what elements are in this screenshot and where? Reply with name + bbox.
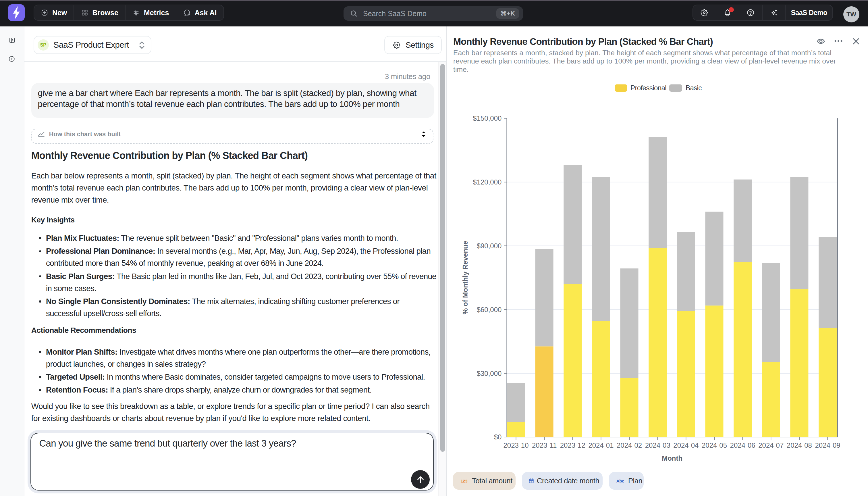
svg-text:2024-06: 2024-06 <box>730 441 755 449</box>
svg-text:% of Monthly Revenue: % of Monthly Revenue <box>461 241 469 314</box>
svg-text:$120,000: $120,000 <box>473 178 501 186</box>
svg-text:2023-10: 2023-10 <box>503 441 529 449</box>
svg-text:2024-04: 2024-04 <box>673 441 698 449</box>
svg-text:$30,000: $30,000 <box>477 370 502 377</box>
svg-text:Month: Month <box>662 454 682 462</box>
svg-text:2023-12: 2023-12 <box>560 441 585 449</box>
svg-text:2023-11: 2023-11 <box>532 441 557 449</box>
svg-text:$90,000: $90,000 <box>477 242 502 250</box>
svg-text:2024-02: 2024-02 <box>617 441 642 449</box>
svg-text:2024-05: 2024-05 <box>702 441 727 449</box>
svg-text:$60,000: $60,000 <box>477 306 502 313</box>
svg-text:2024-09: 2024-09 <box>815 441 840 449</box>
svg-text:$0: $0 <box>494 433 502 441</box>
svg-text:Professional: Professional <box>630 84 666 92</box>
svg-text:2024-03: 2024-03 <box>645 441 670 449</box>
svg-text:2024-07: 2024-07 <box>758 441 784 449</box>
svg-text:2024-01: 2024-01 <box>588 441 613 449</box>
svg-text:2024-08: 2024-08 <box>787 441 812 449</box>
svg-text:Basic: Basic <box>686 84 702 92</box>
svg-text:$150,000: $150,000 <box>473 114 501 122</box>
